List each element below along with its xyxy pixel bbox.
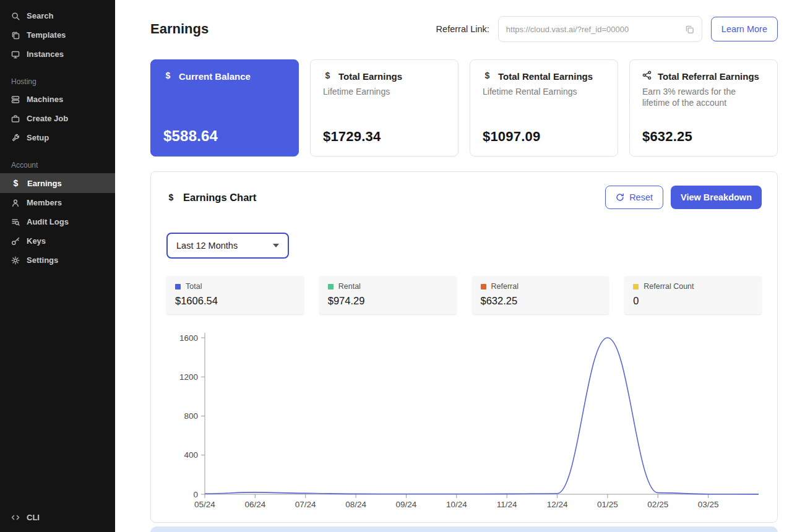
sidebar-item-label: Keys	[27, 236, 46, 246]
earnings-chart-panel: $ Earnings Chart Reset View Breakdown La…	[150, 171, 778, 523]
date-range-select[interactable]: Last 12 Months	[166, 233, 289, 259]
rental-marker-icon	[328, 284, 334, 290]
svg-text:10/24: 10/24	[446, 500, 467, 509]
sidebar-item-audit-logs[interactable]: Audit Logs	[0, 212, 115, 231]
total-earnings-card: $ Total Earnings Lifetime Earnings $1729…	[310, 59, 458, 157]
svg-text:11/24: 11/24	[497, 500, 517, 509]
copy-button[interactable]	[685, 25, 694, 34]
sidebar-item-label: Setup	[27, 133, 49, 142]
svg-text:0: 0	[193, 490, 198, 499]
sidebar-item-templates[interactable]: Templates	[0, 25, 115, 45]
chevron-down-icon	[273, 244, 279, 247]
total-earnings-amount: $1729.34	[323, 129, 446, 145]
stat-referral: Referral $632.25	[472, 276, 609, 314]
chart-area: 04008001200160005/2406/2407/2408/2409/24…	[166, 329, 762, 512]
stat-label: Total	[186, 282, 202, 291]
stat-label: Rental	[338, 282, 361, 291]
search-icon	[11, 12, 20, 20]
sidebar-item-label: Instances	[27, 49, 64, 59]
stat-referral-count: Referral Count 0	[624, 276, 762, 314]
share-icon	[642, 71, 652, 80]
stat-value: $632.25	[481, 295, 601, 307]
stat-rental: Rental $974.29	[319, 276, 457, 314]
sidebar-item-setup[interactable]: Setup	[0, 128, 115, 147]
svg-text:03/25: 03/25	[698, 500, 719, 509]
learn-more-button[interactable]: Learn More	[711, 17, 778, 41]
page-title: Earnings	[150, 21, 209, 37]
referral-link-input[interactable]	[506, 25, 680, 34]
sidebar-item-search[interactable]: Search	[0, 6, 115, 25]
total-rental-earnings-card: $ Total Rental Earnings Lifetime Rental …	[470, 59, 618, 157]
sidebar-item-label: Create Job	[27, 114, 68, 123]
svg-text:12/24: 12/24	[547, 500, 568, 509]
stat-value: 0	[633, 295, 753, 307]
card-subtitle: Earn 3% rewards for the lifetime of the …	[642, 86, 765, 108]
main-content: Earnings Referral Link: Learn More $ Cur…	[115, 0, 792, 532]
sidebar-item-machines[interactable]: Machines	[0, 90, 115, 109]
sidebar-item-label: Members	[27, 198, 62, 207]
sidebar-item-settings[interactable]: Settings	[0, 251, 115, 270]
sidebar-item-label: Search	[27, 11, 53, 20]
sidebar-item-members[interactable]: Members	[0, 193, 115, 212]
referral-marker-icon	[481, 284, 486, 290]
card-title: Total Rental Earnings	[498, 71, 593, 82]
current-balance-card: $ Current Balance $588.64	[150, 59, 299, 157]
terminal-icon	[11, 513, 20, 522]
sidebar-item-create-job[interactable]: Create Job	[0, 109, 115, 128]
svg-text:09/24: 09/24	[396, 500, 417, 509]
current-balance-amount: $588.64	[163, 127, 286, 145]
user-icon	[11, 199, 20, 207]
date-range-value: Last 12 Months	[176, 241, 238, 251]
sidebar-item-label: Settings	[27, 255, 58, 265]
chart-stats-row: Total $1606.54 Rental $974.29 Referral	[166, 276, 762, 314]
earnings-line-chart: 04008001200160005/2406/2407/2408/2409/24…	[166, 329, 762, 510]
dollar-icon: $	[11, 178, 20, 188]
view-breakdown-button[interactable]: View Breakdown	[671, 186, 762, 209]
reset-button-label: Reset	[629, 192, 653, 202]
referral-link-label: Referral Link:	[436, 24, 489, 34]
stat-label: Referral	[491, 282, 519, 291]
app-window: Search Templates Instances Hosting Machi…	[0, 0, 792, 532]
sidebar-item-keys[interactable]: Keys	[0, 231, 115, 251]
card-title: Total Referral Earnings	[658, 71, 759, 82]
svg-text:400: 400	[184, 450, 198, 460]
total-marker-icon	[175, 284, 181, 290]
dollar-icon: $	[483, 71, 492, 80]
reset-button[interactable]: Reset	[605, 186, 663, 209]
briefcase-icon	[11, 114, 20, 123]
dollar-icon: $	[163, 71, 173, 80]
copy-icon	[685, 25, 694, 34]
referral-count-marker-icon	[633, 284, 639, 290]
svg-text:01/25: 01/25	[597, 500, 618, 509]
sidebar-item-label: Audit Logs	[27, 217, 69, 226]
sidebar-item-earnings[interactable]: $ Earnings	[0, 173, 115, 193]
sidebar: Search Templates Instances Hosting Machi…	[0, 0, 115, 532]
svg-text:08/24: 08/24	[345, 500, 366, 509]
summary-cards: $ Current Balance $588.64 $ Total Earnin…	[150, 59, 778, 157]
sidebar-item-cli[interactable]: CLI	[0, 508, 115, 527]
page-header: Earnings Referral Link: Learn More	[150, 16, 778, 42]
sidebar-section-hosting: Hosting	[0, 64, 115, 90]
stat-total: Total $1606.54	[166, 276, 304, 314]
card-subtitle: Lifetime Earnings	[323, 86, 446, 97]
refresh-icon	[616, 193, 624, 202]
wrench-icon	[11, 134, 20, 142]
card-title: Current Balance	[179, 71, 251, 82]
card-subtitle: Lifetime Rental Earnings	[483, 86, 605, 97]
dollar-icon: $	[166, 192, 176, 202]
sidebar-item-instances[interactable]: Instances	[0, 45, 115, 64]
gear-icon	[11, 256, 20, 265]
sidebar-item-label: Machines	[27, 95, 63, 104]
stat-label: Referral Count	[644, 282, 694, 291]
sidebar-section-account: Account	[0, 147, 115, 173]
svg-text:06/24: 06/24	[244, 500, 265, 509]
sidebar-item-label: Templates	[27, 30, 66, 40]
stat-value: $974.29	[328, 295, 448, 307]
templates-icon	[11, 31, 20, 40]
server-icon	[11, 95, 20, 104]
panel-title: Earnings Chart	[183, 192, 256, 204]
svg-text:800: 800	[184, 411, 198, 421]
key-icon	[11, 237, 20, 246]
instances-icon	[11, 50, 20, 59]
sidebar-item-label: Earnings	[27, 179, 62, 188]
